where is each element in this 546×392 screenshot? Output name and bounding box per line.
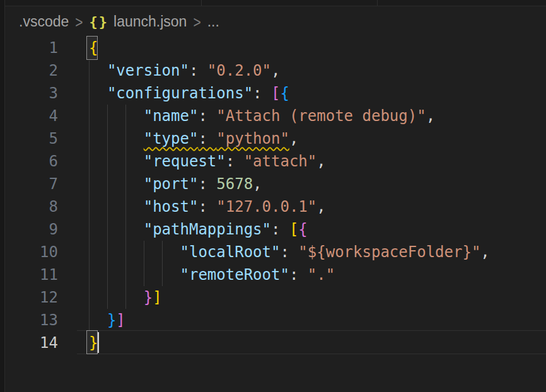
code-line[interactable]: 12 }] xyxy=(6,286,546,309)
tab-separator xyxy=(377,0,378,6)
code-token: : xyxy=(289,266,308,284)
code-token: : xyxy=(253,84,271,102)
code-line[interactable]: 8 "host": "127.0.0.1", xyxy=(6,195,546,218)
line-number[interactable]: 9 xyxy=(6,221,58,238)
code-token xyxy=(89,153,144,170)
code-text: "request": "attach", xyxy=(58,150,326,173)
code-token: , xyxy=(317,198,325,216)
code-line[interactable]: 3 "configurations": [{ xyxy=(6,82,546,105)
code-token: , xyxy=(253,175,262,193)
code-token: "name" xyxy=(144,107,199,125)
code-line[interactable]: 10 "localRoot": "${workspaceFolder}", xyxy=(6,241,546,263)
code-line[interactable]: 14} xyxy=(6,331,546,354)
code-token: : xyxy=(226,153,244,170)
tab-separator xyxy=(201,0,202,6)
code-token: } xyxy=(89,334,98,352)
code-token: : xyxy=(271,221,289,238)
line-number[interactable]: 5 xyxy=(6,130,58,147)
code-token: : xyxy=(198,175,216,193)
code-token xyxy=(89,266,180,284)
code-token xyxy=(89,311,107,329)
code-token: : xyxy=(280,243,298,261)
code-text: "version": "0.2.0", xyxy=(58,59,280,82)
code-token xyxy=(89,198,144,216)
code-token: "127.0.0.1" xyxy=(216,198,317,216)
code-area[interactable]: 1{2 "version": "0.2.0",3 "configurations… xyxy=(6,37,546,354)
code-token: "attach" xyxy=(244,153,317,170)
code-line[interactable]: 2 "version": "0.2.0", xyxy=(6,59,546,82)
code-line[interactable]: 11 "remoteRoot": "." xyxy=(6,263,546,286)
breadcrumb-item-folder[interactable]: .vscode xyxy=(19,13,69,30)
code-token: "version" xyxy=(107,62,189,79)
line-number[interactable]: 10 xyxy=(6,243,58,261)
code-token: "pathMappings" xyxy=(144,221,271,238)
code-text: "pathMappings": [{ xyxy=(58,218,308,241)
code-token: "remoteRoot" xyxy=(180,266,289,284)
code-token: } xyxy=(144,289,153,306)
code-token: 5678 xyxy=(216,175,253,193)
code-text: "name": "Attach (remote debug)", xyxy=(58,105,435,127)
code-line[interactable]: 5 "type": "python", xyxy=(6,127,546,150)
code-token: { xyxy=(89,39,98,57)
editor[interactable]: 1{2 "version": "0.2.0",3 "configurations… xyxy=(6,37,546,392)
code-token: "localRoot" xyxy=(180,243,281,261)
code-token xyxy=(89,289,144,306)
line-number[interactable]: 3 xyxy=(6,84,58,102)
code-text: "remoteRoot": "." xyxy=(58,263,335,286)
code-token: ] xyxy=(153,289,161,306)
code-token: "." xyxy=(308,266,335,284)
line-number[interactable]: 7 xyxy=(6,175,58,193)
code-token: , xyxy=(289,130,298,147)
code-text: "localRoot": "${workspaceFolder}", xyxy=(58,241,490,263)
code-token: : xyxy=(189,62,207,79)
code-token xyxy=(89,175,144,193)
code-token: : xyxy=(198,130,216,147)
code-token: : xyxy=(198,107,216,125)
code-line[interactable]: 1{ xyxy=(6,37,546,59)
code-token: [ xyxy=(289,221,298,238)
chevron-right-icon: > xyxy=(75,13,83,32)
line-number[interactable]: 4 xyxy=(6,107,58,125)
code-token xyxy=(89,62,107,79)
code-token: { xyxy=(298,221,307,238)
code-token: "host" xyxy=(144,198,199,216)
code-text: "type": "python", xyxy=(58,127,298,150)
line-number[interactable]: 8 xyxy=(6,198,58,216)
code-line[interactable]: 4 "name": "Attach (remote debug)", xyxy=(6,105,546,127)
line-number[interactable]: 6 xyxy=(6,153,58,170)
code-token xyxy=(89,221,144,238)
line-number[interactable]: 1 xyxy=(6,39,58,57)
breadcrumb-item-file[interactable]: launch.json xyxy=(113,13,187,30)
code-token: , xyxy=(271,62,280,79)
code-token: [ xyxy=(271,84,280,102)
code-line[interactable]: 9 "pathMappings": [{ xyxy=(6,218,546,241)
code-text: }] xyxy=(58,286,162,309)
code-line[interactable]: 7 "port": 5678, xyxy=(6,173,546,195)
tab-bar-bottom-strip xyxy=(5,0,546,6)
line-number[interactable]: 13 xyxy=(6,311,58,329)
code-text: { xyxy=(58,37,98,59)
code-token: ] xyxy=(116,311,125,329)
code-token: } xyxy=(107,311,116,329)
line-number[interactable]: 12 xyxy=(6,289,58,306)
code-token: { xyxy=(280,84,289,102)
code-token: "${workspaceFolder}" xyxy=(298,243,480,261)
code-token xyxy=(89,243,180,261)
code-token: , xyxy=(426,107,435,125)
code-token: "configurations" xyxy=(107,84,253,102)
code-text: "configurations": [{ xyxy=(58,82,289,105)
code-token: "python" xyxy=(216,130,289,147)
breadcrumb-item-symbol[interactable]: ... xyxy=(207,13,219,30)
code-token: , xyxy=(317,153,325,170)
code-token: "0.2.0" xyxy=(207,62,271,79)
json-file-icon: {} xyxy=(90,14,109,30)
line-number[interactable]: 2 xyxy=(6,62,58,79)
code-line[interactable]: 6 "request": "attach", xyxy=(6,150,546,173)
line-number[interactable]: 14 xyxy=(6,334,58,352)
code-token: : xyxy=(198,198,216,216)
breadcrumb: .vscode > {} launch.json > ... xyxy=(6,7,546,37)
code-text: "port": 5678, xyxy=(58,173,262,195)
code-line[interactable]: 13 }] xyxy=(6,309,546,331)
code-token: "type" xyxy=(144,130,199,147)
line-number[interactable]: 11 xyxy=(6,266,58,284)
